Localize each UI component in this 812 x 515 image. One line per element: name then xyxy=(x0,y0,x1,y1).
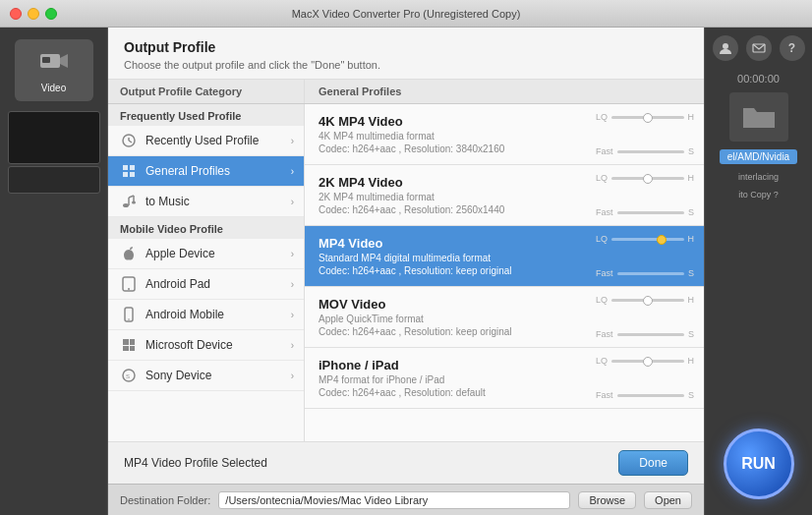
profile-mov-desc: Apple QuickTime format xyxy=(319,314,576,324)
sony-icon: S xyxy=(120,367,138,384)
category-item-android-pad[interactable]: Android Pad › xyxy=(108,269,304,300)
category-item-general[interactable]: General Profiles › xyxy=(108,156,304,187)
right-panel: ? 00:00:00 el/AMD/Nvidia interlacing ito… xyxy=(704,28,812,515)
svg-rect-21 xyxy=(123,346,129,351)
user-icon-button[interactable] xyxy=(713,35,738,61)
profile-mov-codec: Codec: h264+aac , Resolution: keep origi… xyxy=(319,326,576,337)
category-item-microsoft[interactable]: Microsoft Device › xyxy=(108,330,304,361)
profile-iphone-ipad-codec: Codec: h264+aac , Resolution: default xyxy=(319,387,576,398)
sidebar-item-video[interactable]: Video xyxy=(15,39,93,101)
svg-rect-19 xyxy=(123,339,129,345)
slider-thumb-2k[interactable] xyxy=(643,174,653,184)
arrow-icon-android-mobile: › xyxy=(291,310,294,320)
phone-icon xyxy=(120,306,138,323)
col-header-category: Output Profile Category xyxy=(108,80,305,103)
category-item-music-label: to Music xyxy=(145,195,291,208)
slider-thumb-mp4[interactable] xyxy=(657,235,667,245)
slider-thumb-4k[interactable] xyxy=(643,113,653,123)
profile-mp4-name: MP4 Video xyxy=(319,236,576,251)
window-title: MacX Video Converter Pro (Unregistered C… xyxy=(292,8,521,20)
profile-item-mov[interactable]: MOV Video Apple QuickTime format Codec: … xyxy=(305,287,704,348)
dialog-title: Output Profile xyxy=(124,39,688,55)
category-item-sony[interactable]: S Sony Device › xyxy=(108,361,304,391)
svg-rect-6 xyxy=(123,165,128,170)
video-icon xyxy=(38,47,70,79)
quality-slider-mp4: LQ H xyxy=(596,234,694,244)
svg-rect-22 xyxy=(130,346,135,351)
close-button[interactable] xyxy=(10,8,22,20)
arrow-icon-sony: › xyxy=(291,371,294,381)
speed-row-2k: Fast S xyxy=(596,207,694,217)
category-item-recently[interactable]: Recently Used Profile › xyxy=(108,126,304,156)
profile-item-4k-mp4[interactable]: 4K MP4 Video 4K MP4 multimedia format Co… xyxy=(305,104,704,165)
category-item-microsoft-label: Microsoft Device xyxy=(145,338,291,352)
quality-slider-4k: LQ H xyxy=(596,112,694,122)
done-button[interactable]: Done xyxy=(618,450,688,476)
profile-4k-mp4-name: 4K MP4 Video xyxy=(319,114,576,129)
svg-rect-7 xyxy=(130,165,135,170)
slider-thumb-iphone[interactable] xyxy=(643,357,653,367)
browse-button[interactable]: Browse xyxy=(578,491,636,509)
arrow-icon-android-pad: › xyxy=(291,279,294,290)
maximize-button[interactable] xyxy=(45,8,57,20)
svg-point-14 xyxy=(132,201,136,204)
main-layout: Video Output Profile Choose the output p… xyxy=(0,28,812,515)
open-button[interactable]: Open xyxy=(644,491,692,509)
footer-status: MP4 Video Profile Selected xyxy=(124,456,267,470)
apple-icon xyxy=(120,245,138,262)
svg-point-10 xyxy=(123,203,129,207)
copy-text: ito Copy ? xyxy=(738,190,779,200)
profile-2k-mp4-codec: Codec: h264+aac , Resolution: 2560x1440 xyxy=(319,204,576,215)
preview-thumb-1 xyxy=(8,111,100,164)
profile-item-2k-mp4[interactable]: 2K MP4 Video 2K MP4 multimedia format Co… xyxy=(305,165,704,226)
dialog-footer: MP4 Video Profile Selected Done xyxy=(108,441,704,484)
quality-slider-2k: LQ H xyxy=(596,173,694,183)
profile-item-mp4[interactable]: MP4 Video Standard MP4 digital multimedi… xyxy=(305,226,704,287)
category-item-sony-label: Sony Device xyxy=(145,369,291,382)
category-item-apple[interactable]: Apple Device › xyxy=(108,239,304,269)
slider-thumb-mov[interactable] xyxy=(643,296,653,306)
category-item-android-mobile[interactable]: Android Mobile › xyxy=(108,300,304,330)
svg-text:S: S xyxy=(126,373,130,379)
profile-2k-mp4-name: 2K MP4 Video xyxy=(319,175,576,190)
run-button[interactable]: RUN xyxy=(724,429,794,499)
profile-item-iphone-ipad[interactable]: iPhone / iPad MP4 format for iPhone / iP… xyxy=(305,348,704,409)
category-item-music[interactable]: to Music › xyxy=(108,187,304,217)
windows-icon xyxy=(120,336,138,354)
dialog-header: Output Profile Choose the output profile… xyxy=(108,28,704,80)
quality-slider-iphone: LQ H xyxy=(596,356,694,366)
tablet-icon xyxy=(120,275,138,293)
profile-mp4-desc: Standard MP4 digital multimedia format xyxy=(319,253,576,263)
col-header-profiles: General Profiles xyxy=(305,80,704,103)
category-item-apple-label: Apple Device xyxy=(145,247,291,260)
svg-point-16 xyxy=(128,288,130,290)
category-item-android-mobile-label: Android Mobile xyxy=(145,308,291,321)
profiles-panel: 4K MP4 Video 4K MP4 multimedia format Co… xyxy=(305,104,704,441)
folder-icon-area[interactable] xyxy=(729,92,788,142)
svg-marker-1 xyxy=(60,54,68,68)
profile-iphone-ipad-desc: MP4 format for iPhone / iPad xyxy=(319,374,576,385)
grid-icon xyxy=(120,162,138,180)
profile-4k-mp4-desc: 4K MP4 multimedia format xyxy=(319,131,576,142)
help-icon-button[interactable]: ? xyxy=(780,35,805,61)
destination-path-input[interactable] xyxy=(218,491,570,509)
profile-iphone-ipad-name: iPhone / iPad xyxy=(319,358,576,372)
svg-point-25 xyxy=(723,43,728,49)
sidebar-item-video-label: Video xyxy=(41,83,66,93)
preview-thumb-2 xyxy=(8,166,100,194)
dialog-subtitle: Choose the output profile and click the … xyxy=(124,59,688,71)
traffic-lights xyxy=(0,8,57,20)
email-icon-button[interactable] xyxy=(746,35,772,61)
right-top-icons: ? xyxy=(713,35,805,61)
speed-row-4k: Fast S xyxy=(596,146,694,156)
category-item-android-pad-label: Android Pad xyxy=(145,277,291,291)
svg-line-5 xyxy=(129,141,132,143)
category-section-1-header: Frequently Used Profile xyxy=(108,104,304,126)
profile-4k-mp4-codec: Codec: h264+aac , Resolution: 3840x2160 xyxy=(319,143,576,154)
title-bar: MacX Video Converter Pro (Unregistered C… xyxy=(0,0,812,28)
minimize-button[interactable] xyxy=(28,8,39,20)
svg-rect-20 xyxy=(130,339,135,345)
interlacing-text: interlacing xyxy=(738,172,779,182)
category-panel: Frequently Used Profile Recently Used Pr… xyxy=(108,104,305,441)
svg-rect-2 xyxy=(42,57,50,63)
